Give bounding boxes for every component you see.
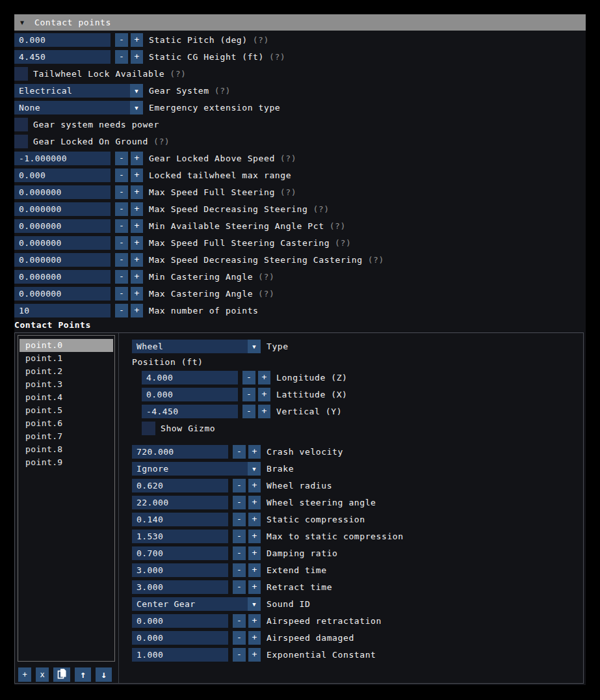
decrement-button[interactable]: - bbox=[233, 563, 246, 577]
tailwheel-lock-checkbox[interactable] bbox=[14, 67, 28, 81]
move-up-button[interactable]: ↑ bbox=[75, 667, 91, 682]
wheel-radius-input[interactable]: 0.620 bbox=[132, 479, 228, 492]
remove-point-button[interactable]: x bbox=[36, 667, 49, 682]
damping-ratio-input[interactable]: 0.700 bbox=[132, 546, 228, 560]
max-speed-full-steering-castering-input[interactable]: 0.000000 bbox=[14, 236, 111, 250]
increment-button[interactable]: + bbox=[248, 546, 261, 560]
max-castering-angle-input[interactable]: 0.000000 bbox=[14, 287, 111, 301]
decrement-button[interactable]: - bbox=[115, 33, 128, 47]
decrement-button[interactable]: - bbox=[233, 648, 246, 662]
decrement-button[interactable]: - bbox=[233, 546, 246, 560]
add-point-button[interactable]: + bbox=[18, 667, 31, 682]
retract-time-input[interactable]: 3.000 bbox=[132, 580, 228, 594]
show-gizmo-checkbox[interactable] bbox=[142, 422, 155, 435]
max-speed-full-steering-input[interactable]: 0.000000 bbox=[14, 185, 111, 199]
decrement-button[interactable]: - bbox=[233, 580, 246, 594]
increment-button[interactable]: + bbox=[131, 152, 143, 165]
increment-button[interactable]: + bbox=[248, 496, 261, 509]
wheel-steering-angle-input[interactable]: 22.000 bbox=[132, 496, 228, 509]
type-select[interactable]: Wheel ▼ bbox=[132, 340, 261, 353]
decrement-button[interactable]: - bbox=[115, 168, 128, 182]
increment-button[interactable]: + bbox=[131, 304, 143, 317]
increment-button[interactable]: + bbox=[248, 648, 261, 662]
increment-button[interactable]: + bbox=[131, 50, 143, 64]
list-item[interactable]: point.1 bbox=[20, 352, 113, 365]
increment-button[interactable]: + bbox=[258, 405, 270, 418]
decrement-button[interactable]: - bbox=[242, 405, 255, 418]
decrement-button[interactable]: - bbox=[242, 371, 255, 384]
decrement-button[interactable]: - bbox=[115, 304, 128, 317]
contact-points-listbox[interactable]: point.0 point.1 point.2 point.3 point.4 … bbox=[18, 335, 115, 662]
gear-system-select[interactable]: Electrical ▼ bbox=[14, 84, 143, 98]
decrement-button[interactable]: - bbox=[115, 287, 128, 301]
sound-id-select[interactable]: Center Gear ▼ bbox=[132, 597, 261, 611]
increment-button[interactable]: + bbox=[248, 563, 261, 577]
increment-button[interactable]: + bbox=[131, 202, 143, 216]
vertical-input[interactable]: -4.450 bbox=[142, 405, 238, 418]
static-compression-input[interactable]: 0.140 bbox=[132, 513, 228, 526]
increment-button[interactable]: + bbox=[248, 445, 261, 459]
list-item[interactable]: point.5 bbox=[20, 404, 113, 417]
list-item[interactable]: point.7 bbox=[20, 430, 113, 443]
crash-velocity-input[interactable]: 720.000 bbox=[132, 445, 228, 459]
decrement-button[interactable]: - bbox=[233, 530, 246, 543]
decrement-button[interactable]: - bbox=[115, 152, 128, 165]
section-header[interactable]: ▼ Contact points bbox=[14, 14, 586, 31]
increment-button[interactable]: + bbox=[248, 631, 261, 645]
decrement-button[interactable]: - bbox=[115, 236, 128, 250]
increment-button[interactable]: + bbox=[248, 580, 261, 594]
list-item[interactable]: point.8 bbox=[20, 443, 113, 456]
max-number-of-points-input[interactable]: 10 bbox=[14, 304, 111, 317]
list-item[interactable]: point.0 bbox=[20, 339, 113, 352]
collapse-triangle-icon[interactable]: ▼ bbox=[20, 19, 34, 26]
move-down-button[interactable]: ↓ bbox=[96, 667, 112, 682]
max-to-static-compression-input[interactable]: 1.530 bbox=[132, 530, 228, 543]
static-cg-height-input[interactable]: 4.450 bbox=[14, 50, 111, 64]
increment-button[interactable]: + bbox=[248, 614, 261, 628]
increment-button[interactable]: + bbox=[248, 479, 261, 492]
max-speed-decreasing-steering-input[interactable]: 0.000000 bbox=[14, 202, 111, 216]
decrement-button[interactable]: - bbox=[233, 513, 246, 526]
airspeed-retractation-input[interactable]: 0.000 bbox=[132, 614, 228, 628]
gear-needs-power-checkbox[interactable] bbox=[14, 118, 28, 131]
increment-button[interactable]: + bbox=[131, 270, 143, 284]
decrement-button[interactable]: - bbox=[115, 50, 128, 64]
static-pitch-input[interactable]: 0.000 bbox=[14, 33, 111, 47]
increment-button[interactable]: + bbox=[131, 253, 143, 267]
lattitude-input[interactable]: 0.000 bbox=[142, 388, 238, 401]
increment-button[interactable]: + bbox=[258, 388, 270, 401]
list-item[interactable]: point.4 bbox=[20, 391, 113, 404]
min-available-steering-angle-pct-input[interactable]: 0.000000 bbox=[14, 219, 111, 233]
duplicate-point-button[interactable] bbox=[53, 667, 70, 682]
gear-locked-above-speed-input[interactable]: -1.000000 bbox=[14, 152, 111, 165]
increment-button[interactable]: + bbox=[131, 185, 143, 199]
decrement-button[interactable]: - bbox=[115, 219, 128, 233]
brake-select[interactable]: Ignore ▼ bbox=[132, 462, 261, 476]
decrement-button[interactable]: - bbox=[115, 185, 128, 199]
list-item[interactable]: point.9 bbox=[20, 456, 113, 469]
longitude-input[interactable]: 4.000 bbox=[142, 371, 238, 384]
increment-button[interactable]: + bbox=[131, 236, 143, 250]
decrement-button[interactable]: - bbox=[233, 445, 246, 459]
decrement-button[interactable]: - bbox=[115, 202, 128, 216]
increment-button[interactable]: + bbox=[248, 530, 261, 543]
decrement-button[interactable]: - bbox=[115, 253, 128, 267]
increment-button[interactable]: + bbox=[258, 371, 270, 384]
list-item[interactable]: point.3 bbox=[20, 378, 113, 391]
emergency-extension-select[interactable]: None ▼ bbox=[14, 101, 143, 114]
increment-button[interactable]: + bbox=[131, 287, 143, 301]
exponential-constant-input[interactable]: 1.000 bbox=[132, 648, 228, 662]
increment-button[interactable]: + bbox=[248, 513, 261, 526]
min-castering-angle-input[interactable]: 0.000000 bbox=[14, 270, 111, 284]
increment-button[interactable]: + bbox=[131, 168, 143, 182]
gear-locked-on-ground-checkbox[interactable] bbox=[14, 135, 28, 148]
max-speed-decreasing-steering-castering-input[interactable]: 0.000000 bbox=[14, 253, 111, 267]
decrement-button[interactable]: - bbox=[115, 270, 128, 284]
list-item[interactable]: point.2 bbox=[20, 365, 113, 378]
decrement-button[interactable]: - bbox=[242, 388, 255, 401]
decrement-button[interactable]: - bbox=[233, 479, 246, 492]
increment-button[interactable]: + bbox=[131, 219, 143, 233]
decrement-button[interactable]: - bbox=[233, 496, 246, 509]
increment-button[interactable]: + bbox=[131, 33, 143, 47]
airspeed-damaged-input[interactable]: 0.000 bbox=[132, 631, 228, 645]
